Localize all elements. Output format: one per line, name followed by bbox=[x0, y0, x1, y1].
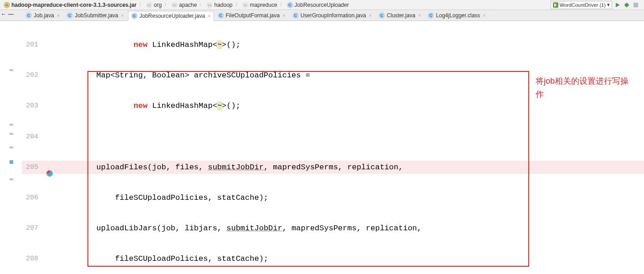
breadcrumb-item[interactable]: ▭ org bbox=[144, 2, 164, 8]
line-number[interactable]: 207 bbox=[22, 224, 43, 232]
tab-fileoutputformat[interactable]: C FileOutputFormat.java × bbox=[215, 10, 289, 20]
class-icon: C bbox=[292, 12, 299, 19]
svg-rect-4 bbox=[634, 3, 638, 7]
close-icon[interactable]: × bbox=[282, 13, 285, 18]
annotation-text: 将job相关的设置进行写操作 bbox=[536, 75, 636, 101]
run-config-label: WordCountDriver (1) bbox=[560, 2, 606, 8]
close-icon[interactable]: × bbox=[483, 13, 486, 18]
package-icon: ▭ bbox=[171, 2, 178, 8]
tab-log4jlogger[interactable]: C Log4jLogger.class × bbox=[425, 10, 489, 20]
breadcrumb-label: apache bbox=[179, 2, 197, 8]
minimize-icon[interactable]: — bbox=[8, 11, 14, 17]
class-icon: C bbox=[26, 12, 32, 19]
tab-label: Job.java bbox=[34, 12, 54, 19]
line-number[interactable]: 205 bbox=[22, 163, 43, 171]
breadcrumb-label: JobResourceUploader bbox=[295, 2, 349, 8]
tab-label: JobResourceUploader.java bbox=[139, 13, 205, 19]
class-icon: C bbox=[378, 12, 385, 19]
close-icon[interactable]: × bbox=[369, 13, 372, 18]
stop-button[interactable] bbox=[632, 1, 639, 9]
close-icon[interactable]: × bbox=[418, 13, 421, 18]
tab-cluster[interactable]: C Cluster.java × bbox=[376, 10, 424, 20]
breadcrumb-label: hadoop-mapreduce-client-core-3.1.3-sourc… bbox=[11, 2, 137, 8]
nav-back-icon[interactable]: ← bbox=[1, 11, 6, 17]
line-number[interactable]: 201 bbox=[22, 41, 43, 49]
breadcrumb-label: hadoop bbox=[214, 2, 232, 8]
package-icon: ▭ bbox=[206, 2, 213, 8]
class-icon: C bbox=[428, 12, 434, 19]
tab-job[interactable]: C Job.java × bbox=[23, 10, 63, 20]
breadcrumb-sep: 〉 bbox=[138, 1, 144, 8]
line-number[interactable]: 206 bbox=[22, 194, 43, 202]
tab-usergroupinformation[interactable]: C UserGroupInformation.java × bbox=[290, 10, 375, 20]
jar-icon: ≡ bbox=[4, 2, 10, 8]
tab-jobresourceuploader[interactable]: C JobResourceUploader.java × bbox=[128, 11, 214, 21]
class-icon: C bbox=[66, 12, 73, 19]
run-config-select[interactable]: WordCountDriver (1) ▾ bbox=[551, 1, 612, 9]
line-number[interactable]: 203 bbox=[22, 102, 43, 110]
breadcrumb-label: org bbox=[154, 2, 162, 8]
breadcrumb-item[interactable]: ▭ apache bbox=[169, 2, 199, 8]
package-icon: ▭ bbox=[146, 2, 153, 8]
breadcrumb-sep: 〉 bbox=[164, 1, 169, 8]
run-config-icon bbox=[553, 2, 558, 8]
close-icon[interactable]: × bbox=[57, 13, 60, 18]
breadcrumb-item[interactable]: ▭ hadoop bbox=[204, 2, 234, 8]
line-number[interactable]: 202 bbox=[22, 71, 43, 79]
breadcrumb-sep: 〉 bbox=[279, 1, 285, 8]
breakpoint-icon[interactable] bbox=[46, 170, 53, 177]
overview-ruler[interactable] bbox=[0, 42, 22, 274]
window-controls: ← — bbox=[1, 11, 14, 17]
close-icon[interactable]: × bbox=[121, 13, 124, 18]
breadcrumb-item[interactable]: ▭ mapreduce bbox=[240, 2, 279, 8]
breadcrumb-label: mapreduce bbox=[250, 2, 277, 8]
close-icon[interactable]: × bbox=[208, 13, 210, 19]
debug-button[interactable] bbox=[623, 1, 630, 9]
class-icon: C bbox=[131, 13, 138, 19]
run-button[interactable] bbox=[614, 1, 621, 9]
breadcrumb-sep: 〉 bbox=[199, 1, 204, 8]
tab-label: Log4jLogger.class bbox=[436, 12, 480, 19]
run-toolbar: WordCountDriver (1) ▾ bbox=[548, 1, 642, 9]
editor-tabs: ← — C Job.java × C JobSubmitter.java × C… bbox=[0, 10, 644, 21]
class-icon: C bbox=[287, 2, 293, 8]
chevron-down-icon: ▾ bbox=[607, 2, 610, 8]
code-editor[interactable]: 201 new LinkedHashMap<~>(); 202 Map<Stri… bbox=[22, 21, 644, 274]
line-number[interactable]: 204 bbox=[22, 133, 43, 141]
svg-marker-0 bbox=[616, 3, 620, 7]
tab-label: Cluster.java bbox=[387, 12, 415, 19]
tab-label: UserGroupInformation.java bbox=[301, 12, 366, 19]
breadcrumb-item[interactable]: C JobResourceUploader bbox=[285, 2, 351, 8]
breadcrumb-sep: 〉 bbox=[235, 1, 240, 8]
line-number[interactable]: 208 bbox=[22, 255, 43, 263]
tab-label: FileOutputFormat.java bbox=[226, 12, 280, 19]
editor-area: 201 new LinkedHashMap<~>(); 202 Map<Stri… bbox=[0, 21, 644, 274]
tab-jobsubmitter[interactable]: C JobSubmitter.java × bbox=[64, 10, 127, 20]
breadcrumb: ≡ hadoop-mapreduce-client-core-3.1.3-sou… bbox=[0, 0, 644, 10]
package-icon: ▭ bbox=[242, 2, 249, 8]
breadcrumb-item[interactable]: ≡ hadoop-mapreduce-client-core-3.1.3-sou… bbox=[2, 2, 138, 8]
class-icon: C bbox=[218, 12, 224, 19]
tab-label: JobSubmitter.java bbox=[75, 12, 118, 19]
